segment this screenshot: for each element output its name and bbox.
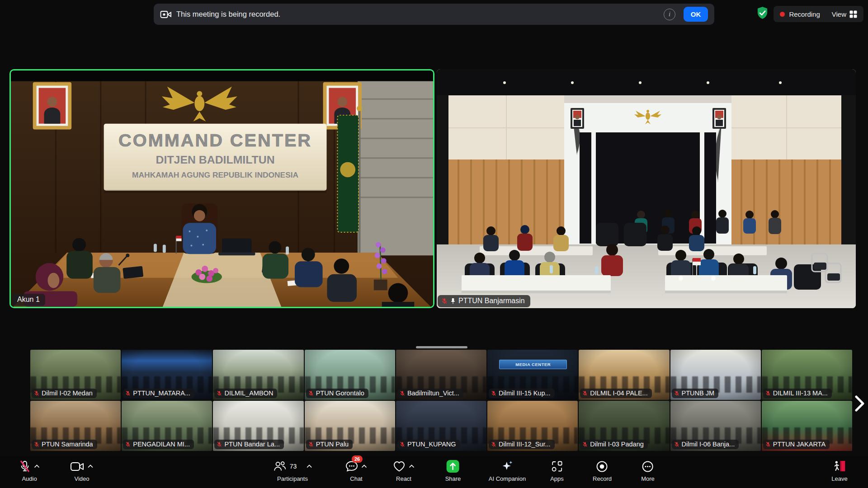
view-button-label: View [832,10,846,18]
participants-count: 73 [290,463,297,470]
recording-banner: This meeting is being recorded. i OK [154,4,714,25]
leave-door-icon [833,460,846,473]
video-thumbnail[interactable]: PTTUN JAKARTA [762,401,852,451]
ok-button[interactable]: OK [684,7,708,22]
meeting-statusbar: Recording View [756,6,863,22]
gallery-resize-handle[interactable] [416,346,467,348]
right-video-scene [437,69,856,308]
chat-button[interactable]: 26 Chat [345,459,367,482]
muted-mic-icon [19,460,31,473]
video-thumbnail[interactable]: PTUNB JM [670,350,761,400]
record-button-label: Record [593,476,612,482]
record-icon [596,460,608,473]
pin-icon [450,298,456,304]
meeting-toolbar: Audio Video 73 Participants 26 Chat [0,456,868,488]
gallery-strip: Dilmil I-02 Medan PTTUN_MATARA... DILMIL… [30,350,852,451]
media-center-sign: MEDIA CENTER [499,360,567,369]
recording-dot-icon [780,12,785,17]
video-thumbnail[interactable]: PTTUN_MATARA... [122,350,212,400]
recording-banner-text: This meeting is being recorded. [176,10,280,19]
video-thumbnail[interactable]: PTUN Palu [305,401,395,451]
video-thumbnail[interactable]: Dilmil I-02 Medan [30,350,121,400]
video-thumbnail[interactable]: Dilmil I-06 Banja... [670,401,761,451]
share-screen-icon [446,460,460,473]
audio-button-label: Audio [22,476,37,482]
chat-options-chevron-icon[interactable] [361,465,367,468]
portrait-right-small [712,108,726,129]
participant-name-tag: Akun 1 [12,294,45,306]
participants-button[interactable]: 73 Participants [273,459,312,482]
apps-button[interactable]: Apps [550,459,564,482]
wall-screen-left [580,132,591,244]
video-thumbnail[interactable]: PTUN Gorontalo [305,350,395,400]
video-button[interactable]: Video [71,459,94,482]
participant-name: Akun 1 [17,296,40,304]
more-ellipsis-icon [642,460,654,473]
view-button[interactable]: View [832,10,857,18]
grid-view-icon [849,10,857,18]
react-options-chevron-icon[interactable] [409,465,415,468]
video-thumbnail[interactable]: PTUN_KUPANG [396,401,486,451]
video-thumbnail[interactable]: MEDIA CENTERDilmil III-15 Kup... [487,350,578,400]
leave-button-label: Leave [831,476,847,482]
video-options-chevron-icon[interactable] [88,465,94,468]
wall-text-line3: MAHKAMAH AGUNG REPUBLIK INDONESIA [132,170,299,179]
ai-companion-sparkle-icon [501,460,514,473]
apps-icon [551,460,563,473]
video-thumbnail[interactable]: DILMIL_AMBON [213,350,303,400]
recording-camera-icon [160,10,172,19]
react-button[interactable]: React [393,459,415,482]
leave-button[interactable]: Leave [831,459,847,482]
video-thumbnail[interactable]: Dilmil III-12_Sur... [487,401,578,451]
participants-button-label: Participants [277,476,308,482]
chat-button-label: Chat [350,476,362,482]
security-shield-icon[interactable] [756,6,769,23]
wall-plaque: COMMAND CENTER DITJEN BADILMILTUN MAHKAM… [104,124,327,193]
wall-screen-right [704,132,716,244]
more-button[interactable]: More [641,459,655,482]
video-thumbnail[interactable]: PENGADILAN MI... [122,401,212,451]
video-thumbnail[interactable]: PTUN Samarinda [30,401,121,451]
video-camera-icon [71,461,85,472]
video-thumbnail[interactable]: Dilmil I-03 Padang [579,401,669,451]
video-thumbnail[interactable]: PTUN Bandar La... [213,401,303,451]
info-icon[interactable]: i [664,9,675,20]
video-thumbnail[interactable]: DILMIL I-04 PALE... [579,350,669,400]
share-button-label: Share [445,476,461,482]
video-thumbnail[interactable]: Badilmiltun_Vict... [396,350,486,400]
gallery-next-page-button[interactable] [852,387,867,420]
recording-indicator-label: Recording [789,10,820,18]
ai-companion-button-label: AI Companion [489,476,526,482]
video-button-label: Video [74,476,89,482]
participant-name: PTTUN Banjarmasin [458,297,525,305]
record-button[interactable]: Record [593,459,612,482]
more-button-label: More [641,476,655,482]
participants-options-chevron-icon[interactable] [306,465,312,468]
participant-name-tag: PTTUN Banjarmasin [438,295,530,307]
react-button-label: React [396,476,411,482]
video-tile-akun-1[interactable]: COMMAND CENTER DITJEN BADILMILTUN MAHKAM… [9,69,434,308]
wall-text-line2: DITJEN BADILMILTUN [156,154,275,166]
video-tile-pttun-banjarmasin[interactable]: PTTUN Banjarmasin [437,69,856,308]
muted-mic-icon [441,298,448,305]
audio-button[interactable]: Audio [19,459,40,482]
heart-react-icon [393,460,406,472]
chevron-right-icon [854,395,864,412]
recording-view-pill: Recording View [774,6,863,22]
share-button[interactable]: Share [445,459,461,482]
chat-unread-badge: 26 [352,455,363,463]
zoom-meeting-window: This meeting is being recorded. i OK Rec… [0,0,868,488]
apps-button-label: Apps [550,476,564,482]
portrait-left [33,82,71,130]
audio-options-chevron-icon[interactable] [34,465,40,468]
portrait-left-small [571,108,584,129]
wall-text-line1: COMMAND CENTER [118,130,312,150]
left-video-scene: COMMAND CENTER DITJEN BADILMILTUN MAHKAM… [11,70,433,307]
participants-icon [273,460,287,472]
ai-companion-button[interactable]: AI Companion [489,459,526,482]
video-thumbnail[interactable]: DILMIL III-13 MA... [762,350,852,400]
